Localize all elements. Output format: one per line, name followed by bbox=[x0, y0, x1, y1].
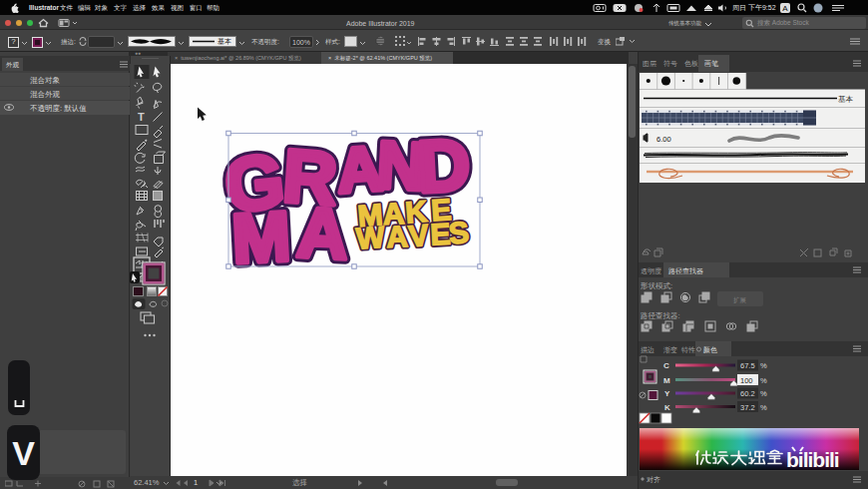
svg-text:V: V bbox=[407, 219, 430, 253]
svg-text:60.2: 60.2 bbox=[740, 389, 755, 398]
svg-text:颜色: 颜色 bbox=[702, 346, 717, 353]
svg-text:图层: 图层 bbox=[643, 60, 656, 68]
svg-text:描边: 描边 bbox=[641, 346, 654, 354]
svg-text:渐变: 渐变 bbox=[663, 346, 677, 354]
svg-text:扩展: 扩展 bbox=[733, 296, 747, 303]
svg-text:透明度: 透明度 bbox=[641, 267, 661, 275]
svg-text:符号: 符号 bbox=[663, 60, 677, 67]
svg-text:特性: 特性 bbox=[681, 346, 695, 354]
svg-text:M: M bbox=[230, 198, 292, 278]
svg-text:T: T bbox=[138, 111, 145, 123]
svg-text:色板: 色板 bbox=[684, 60, 698, 67]
svg-text:S: S bbox=[447, 216, 470, 250]
svg-text:A: A bbox=[385, 220, 408, 253]
svg-text:37.2: 37.2 bbox=[740, 403, 755, 412]
svg-text:C: C bbox=[663, 361, 669, 370]
svg-text:%: % bbox=[760, 361, 767, 370]
svg-text:路径查找器:: 路径查找器: bbox=[641, 311, 680, 320]
svg-text:W: W bbox=[355, 221, 386, 255]
svg-text:画笔: 画笔 bbox=[704, 60, 719, 67]
svg-text:对齐: 对齐 bbox=[647, 476, 660, 483]
svg-text:A: A bbox=[782, 4, 788, 13]
svg-text:基本: 基本 bbox=[838, 95, 854, 104]
svg-text:M: M bbox=[663, 376, 670, 385]
svg-text:bilibili: bilibili bbox=[786, 448, 839, 471]
svg-text:Y: Y bbox=[664, 389, 670, 398]
svg-text:%: % bbox=[760, 389, 767, 398]
svg-text:K: K bbox=[664, 403, 670, 412]
svg-text:%: % bbox=[760, 376, 767, 385]
svg-text:67.5: 67.5 bbox=[740, 361, 755, 370]
svg-text:基本: 基本 bbox=[217, 38, 231, 45]
svg-text:100: 100 bbox=[740, 376, 753, 385]
svg-text:6.00: 6.00 bbox=[656, 135, 671, 144]
svg-text:%: % bbox=[760, 403, 767, 412]
svg-text:A: A bbox=[295, 193, 350, 274]
svg-text:路径查找器: 路径查找器 bbox=[668, 267, 703, 275]
svg-text:形状模式:: 形状模式: bbox=[641, 281, 672, 290]
